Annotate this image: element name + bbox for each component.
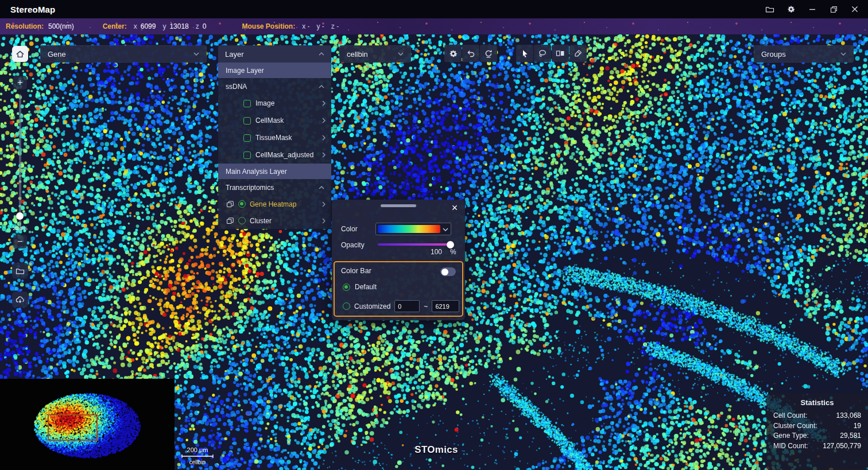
chevron-right-icon: [322, 218, 326, 224]
layers-icon: [226, 217, 234, 225]
transcriptomics-group-toggle[interactable]: Transcriptomics: [218, 179, 331, 196]
toggle-knob: [441, 269, 448, 275]
pointer-icon: [520, 49, 529, 58]
center-x-key: x: [134, 22, 137, 30]
mouse-z-value: z -: [331, 22, 339, 30]
close-button[interactable]: [850, 4, 860, 14]
range-separator: ~: [424, 302, 428, 310]
home-icon: [16, 49, 25, 59]
stat-row-gene-type: Gene Type: 29,581: [773, 431, 861, 441]
stat-label: MID Count:: [773, 441, 808, 452]
opacity-slider-handle[interactable]: [447, 241, 454, 248]
zoom-in-button[interactable]: +: [13, 76, 27, 90]
main-analysis-section-label: Main Analysis Layer: [226, 168, 287, 176]
gene-dropdown[interactable]: Gene: [40, 45, 207, 63]
lasso-icon: [538, 49, 547, 58]
layer-item-label: CellMask: [255, 116, 284, 125]
status-infobar: Resolution: 500(nm) Center: x 6099 y 130…: [0, 18, 868, 34]
zoom-percent: 22.3%: [12, 226, 28, 231]
heatmap-settings-dialog: × Color Opacity 100 % Color Bar Default: [332, 200, 465, 320]
layer-item-cellmask-adjusted[interactable]: CellMask_adjusted: [218, 146, 331, 164]
range-min-input[interactable]: [394, 300, 420, 312]
minimize-button[interactable]: [807, 4, 817, 14]
mouse-y-value: y -: [316, 22, 324, 30]
layer-item-tissuemask[interactable]: TissueMask: [218, 129, 331, 146]
ssdna-group-toggle[interactable]: ssDNA: [218, 78, 331, 95]
bin-type-dropdown[interactable]: cellbin: [339, 45, 411, 63]
center-y-value: 13018: [169, 22, 188, 30]
lasso-tool-button[interactable]: [534, 45, 551, 62]
center-z-value: 0: [203, 22, 207, 30]
color-label: Color: [341, 225, 358, 233]
maximize-button[interactable]: [828, 4, 839, 14]
default-option[interactable]: Default: [343, 283, 377, 291]
layer-item-gene-heatmap[interactable]: Gene Heatmap: [218, 196, 331, 212]
default-option-label: Default: [355, 283, 377, 291]
cellmask-checkbox[interactable]: [243, 117, 251, 125]
layer-item-image[interactable]: Image: [218, 95, 331, 112]
app-settings-button[interactable]: [786, 4, 796, 14]
zoom-slider-handle[interactable]: [16, 212, 24, 220]
customized-option-label: Customized: [354, 302, 390, 310]
customized-option[interactable]: Customized ~: [343, 300, 459, 312]
groups-dropdown-label: Groups: [761, 50, 786, 59]
stat-row-mid-count: MID Count: 127,050,779: [773, 441, 861, 452]
cluster-radio[interactable]: [238, 217, 246, 224]
center-z-key: z: [196, 22, 199, 30]
pointer-tool-button[interactable]: [516, 45, 533, 62]
dialog-close-button[interactable]: ×: [449, 202, 460, 213]
resolution-label: Resolution:: [6, 22, 44, 30]
layer-item-label: Cluster: [250, 217, 272, 225]
chevron-right-icon: [322, 152, 326, 158]
stat-value: 29,581: [840, 431, 861, 441]
chevron-right-icon: [322, 100, 326, 106]
chevron-down-icon: [398, 52, 404, 56]
mouse-position-label: Mouse Position:: [242, 22, 295, 30]
stat-row-cell-count: Cell Count: 133,068: [773, 411, 861, 421]
chevron-right-icon: [322, 135, 326, 141]
open-file-button[interactable]: [12, 263, 28, 279]
home-view-button[interactable]: [12, 46, 28, 62]
titlebar: StereoMap: [0, 0, 868, 18]
zoom-out-button[interactable]: −: [13, 235, 27, 248]
default-radio[interactable]: [343, 283, 350, 291]
ssdna-group-label: ssDNA: [226, 83, 247, 91]
image-layer-section-header: Image Layer: [218, 63, 331, 78]
customized-radio[interactable]: [343, 302, 350, 310]
image-viewport[interactable]: + 22.3% − Gene Layer Image Layer ssDNA: [0, 34, 868, 470]
minimap[interactable]: [0, 379, 175, 470]
reset-view-button[interactable]: [480, 45, 497, 62]
center-y-key: y: [162, 22, 166, 30]
cellmask-adjusted-checkbox[interactable]: [243, 152, 251, 159]
groups-dropdown[interactable]: Groups: [754, 45, 854, 63]
stat-row-cluster-count: Cluster Count: 19: [773, 421, 861, 432]
dialog-drag-handle[interactable]: [381, 204, 416, 207]
undo-button[interactable]: [462, 45, 479, 62]
colormap-gradient-swatch: [378, 225, 440, 233]
export-button[interactable]: [12, 292, 28, 308]
eraser-tool-button[interactable]: [569, 45, 587, 62]
restore-icon: [830, 5, 838, 14]
heatmap-settings-button[interactable]: [444, 45, 462, 62]
reset-icon: [484, 49, 493, 58]
selection-toolbar: [516, 45, 587, 62]
zoom-slider-track[interactable]: [19, 94, 21, 232]
opacity-slider[interactable]: [378, 243, 451, 246]
mouse-x-value: x -: [302, 22, 309, 30]
stomics-logo: STOmics: [396, 444, 476, 456]
layer-item-cluster[interactable]: Cluster: [218, 212, 331, 229]
stat-label: Gene Type:: [773, 431, 809, 441]
gene-heatmap-radio[interactable]: [238, 200, 246, 208]
chevron-down-icon: [443, 228, 448, 231]
layer-panel-header[interactable]: Layer: [218, 45, 331, 63]
tissuemask-checkbox[interactable]: [243, 134, 251, 142]
colormap-select[interactable]: [375, 223, 451, 235]
open-project-button[interactable]: [765, 4, 775, 14]
color-bar-toggle[interactable]: [440, 267, 456, 276]
minimap-viewport-rect[interactable]: [48, 414, 98, 441]
split-view-button[interactable]: [552, 45, 569, 62]
range-max-input[interactable]: [432, 300, 459, 312]
image-checkbox[interactable]: [243, 100, 251, 107]
stat-value: 133,068: [836, 411, 861, 421]
layer-item-cellmask[interactable]: CellMask: [218, 112, 331, 129]
